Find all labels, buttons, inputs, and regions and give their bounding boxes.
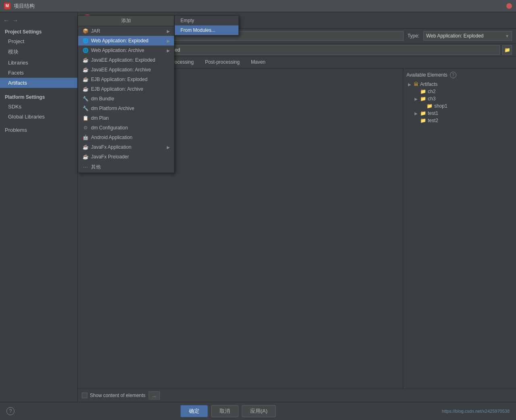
artifacts-expand-arrow: ▶ (408, 82, 412, 87)
web-app-exploded-arrow: ▶ (167, 39, 170, 43)
modules-label: 模块 (8, 48, 19, 56)
javaee-archive-icon: ☕ (82, 67, 89, 73)
type-select[interactable]: Web Application: Exploded ▼ (423, 31, 512, 41)
menu-item-ejb-archive[interactable]: ☕ EJB Application: Archive (78, 84, 174, 94)
web-app-archive-arrow: ▶ (167, 48, 170, 53)
dm-plan-icon: 📋 (82, 115, 89, 121)
menu-item-ejb-exploded[interactable]: ☕ EJB Application: Exploded (78, 75, 174, 84)
test2-label: test2 (428, 118, 438, 123)
artifacts-label: Artifacts (8, 80, 27, 86)
menu-item-dm-config[interactable]: ⚙ dm Configuration (78, 123, 174, 133)
tree-ch3[interactable]: ▶ 📁 ch3 (406, 95, 513, 102)
menu-item-other[interactable]: ⋯ 其他 (78, 162, 174, 173)
ejb-archive-icon: ☕ (82, 86, 89, 92)
menu-item-dm-bundle[interactable]: 🔧 dm Bundle (78, 94, 174, 104)
folder-icon: 📁 (504, 47, 510, 53)
show-content-checkbox[interactable] (82, 393, 87, 398)
submenu-web-exploded: Empty From Modules... (174, 15, 239, 35)
menu-item-web-app-archive[interactable]: 🌐 Web Application: Archive ▶ (78, 46, 174, 55)
web-app-archive-icon: 🌐 (82, 47, 89, 54)
libraries-label: Libraries (8, 60, 28, 66)
other-icon: ⋯ (82, 164, 89, 170)
android-icon: 🤖 (82, 134, 89, 141)
dm-config-icon: ⚙ (82, 125, 89, 131)
test2-folder-icon: 📁 (420, 118, 426, 123)
sdks-label: SDKs (8, 104, 21, 110)
browse-folder-btn[interactable]: 📁 (502, 45, 512, 55)
show-content-checkbox-label[interactable]: Show content of elements (82, 393, 145, 398)
available-elements-header: Available Elements ? (406, 72, 513, 78)
javafx-preloader-icon: ☕ (82, 154, 89, 160)
available-elements-label: Available Elements (406, 72, 448, 78)
artifacts-tree-icon: 🏛 (414, 81, 419, 87)
javaee-exploded-icon: ☕ (82, 57, 89, 63)
apply-btn[interactable]: 应用(A) (242, 405, 276, 417)
menu-item-javafx-preloader[interactable]: ☕ JavaFx Preloader (78, 152, 174, 162)
title-bar-left: M 项目结构 (4, 2, 35, 10)
window-title: 项目结构 (14, 2, 35, 10)
test1-expand-arrow: ▶ (414, 111, 419, 116)
sidebar-item-facets[interactable]: Facets (0, 68, 77, 78)
dm-platform-icon: 🔧 (82, 105, 89, 112)
sidebar-item-artifacts[interactable]: Artifacts (0, 78, 77, 88)
facets-label: Facets (8, 70, 24, 76)
tree-test1[interactable]: ▶ 📁 test1 (406, 110, 513, 117)
javafx-app-icon: ☕ (82, 144, 89, 150)
sidebar-item-libraries[interactable]: Libraries (0, 58, 77, 68)
available-elements-help[interactable]: ? (450, 72, 456, 78)
tree-artifacts[interactable]: ▶ 🏛 Artifacts (406, 81, 513, 88)
dm-bundle-icon: 🔧 (82, 96, 89, 102)
sidebar-item-project[interactable]: Project (0, 36, 77, 46)
window-controls (506, 3, 512, 9)
ch2-folder-icon: 📁 (420, 89, 426, 94)
submenu-empty[interactable]: Empty (175, 16, 238, 25)
ellipsis-btn[interactable]: ... (149, 391, 160, 399)
jar-submenu-arrow: ▶ (167, 29, 170, 33)
menu-item-jar[interactable]: 📦 JAR ▶ (78, 26, 174, 36)
shop1-folder-icon: 📁 (427, 103, 433, 109)
sidebar-nav: ← → (0, 15, 77, 26)
sidebar-item-modules[interactable]: 模块 (0, 46, 77, 58)
web-app-exploded-icon: 🌐 (82, 37, 89, 44)
close-button[interactable] (506, 3, 512, 9)
confirm-btn[interactable]: 确定 (180, 405, 208, 417)
tree-ch2[interactable]: ▶ 📁 ch2 (406, 88, 513, 95)
type-dropdown-arrow: ▼ (505, 34, 509, 38)
menu-item-javaee-exploded[interactable]: ☕ JavaEE Application: Exploded (78, 55, 174, 65)
tab-post-processing[interactable]: Post-processing (199, 57, 245, 68)
menu-item-javafx-app[interactable]: ☕ JavaFx Application ▶ (78, 142, 174, 152)
type-label: Type: (408, 33, 419, 39)
project-label: Project (8, 38, 24, 44)
sidebar-item-problems[interactable]: Problems (0, 125, 77, 135)
ejb-exploded-icon: ☕ (82, 76, 89, 83)
ch2-label: ch2 (428, 89, 435, 94)
javafx-app-arrow: ▶ (167, 145, 170, 150)
ch3-expand-arrow: ▶ (414, 97, 419, 101)
footer: ? 确定 取消 应用(A) https://blog.csdn.net/x242… (0, 402, 516, 420)
jar-icon: 📦 (82, 28, 89, 34)
menu-header: 添加 (78, 16, 174, 26)
menu-item-dm-platform[interactable]: 🔧 dm Platform Archive (78, 104, 174, 113)
bottom-row: Show content of elements ... (78, 389, 516, 402)
nav-back-btn[interactable]: ← (3, 17, 10, 24)
artifacts-tree-label: Artifacts (420, 81, 437, 87)
right-pane: Available Elements ? ▶ 🏛 Artifacts ▶ 📁 c… (403, 69, 516, 389)
menu-item-web-app-exploded[interactable]: 🌐 Web Application: Exploded ▶ (78, 36, 174, 46)
platform-settings-header: Platform Settings (0, 91, 77, 102)
context-menu: 添加 📦 JAR ▶ 🌐 Web Application: Exploded ▶… (78, 15, 174, 173)
tab-maven[interactable]: Maven (245, 57, 271, 68)
tree-shop1[interactable]: ▶ 📁 shop1 (406, 102, 513, 110)
tree-test2[interactable]: ▶ 📁 test2 (406, 117, 513, 124)
sidebar-item-global-libraries[interactable]: Global Libraries (0, 112, 77, 122)
submenu-from-modules[interactable]: From Modules... (175, 25, 238, 35)
project-settings-header: Project Settings (0, 26, 77, 36)
nav-forward-btn[interactable]: → (12, 17, 19, 24)
sidebar-item-sdks[interactable]: SDKs (0, 102, 77, 112)
footer-url: https://blog.csdn.net/x2425970538 (442, 409, 510, 414)
footer-help-btn[interactable]: ? (6, 407, 15, 415)
menu-item-android[interactable]: 🤖 Android Application (78, 133, 174, 142)
title-bar: M 项目结构 (0, 0, 516, 12)
menu-item-dm-plan[interactable]: 📋 dm Plan (78, 113, 174, 123)
cancel-btn[interactable]: 取消 (211, 405, 238, 417)
menu-item-javaee-archive[interactable]: ☕ JavaEE Application: Archive (78, 65, 174, 75)
